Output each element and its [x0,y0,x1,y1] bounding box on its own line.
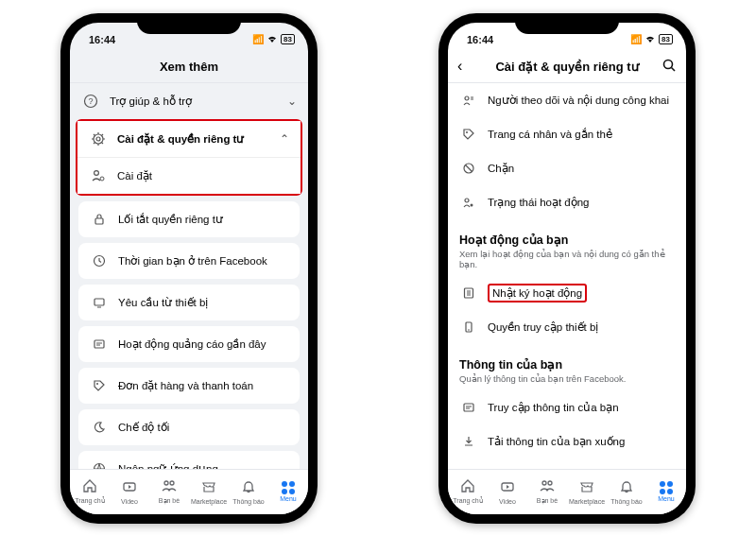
status-indicators: 📶 83 [630,34,673,45]
tab-home[interactable]: Trang chủ [448,470,488,514]
tab-friends[interactable]: Bạn bè [149,470,189,514]
menu-orders-payments[interactable]: Đơn đặt hàng và thanh toán [78,368,300,404]
tab-label: Video [499,498,516,505]
battery-icon: 83 [281,34,295,44]
svg-point-19 [465,199,469,202]
content-right[interactable]: Người theo dõi và nội dung công khai Tra… [448,83,686,469]
svg-rect-8 [94,299,104,305]
tag-icon [90,376,109,395]
content-left[interactable]: ? Trợ giúp & hỗ trợ ⌄ Cài đặt & quyền ri… [70,83,308,469]
menu-dark-mode[interactable]: Chế độ tối [78,409,300,445]
menu-transfer-copy[interactable]: Chuyển bản sao thông tin của bạn [448,458,686,468]
svg-point-15 [664,60,673,68]
log-icon [459,284,478,303]
menu-blocking[interactable]: Chặn [448,151,686,185]
lock-icon [90,210,109,229]
phone-right: 16:44 📶 83 ‹ Cài đặt & quyền riêng tư Ng… [438,13,696,524]
tab-label: Menu [280,495,297,502]
menu-privacy-shortcut[interactable]: Lối tắt quyền riêng tư [78,201,300,237]
gear-icon [89,130,108,148]
signal-icon: 📶 [630,34,642,44]
svg-point-20 [471,203,473,206]
tab-marketplace[interactable]: Marketplace [567,470,607,514]
section-title: Thông tin của bạn [459,357,675,372]
menu-label: Tải thông tin của bạn xuống [488,435,625,448]
menu-label: Ngôn ngữ ứng dụng [118,462,218,469]
menu-label: Quyền truy cập thiết bị [488,320,598,334]
svg-point-17 [466,131,468,133]
tab-label: Bạn bè [537,497,558,505]
tab-label: Thông báo [610,498,642,505]
wifi-icon [266,34,278,45]
clock-icon [90,251,109,270]
section-subtitle: Xem lại hoạt động của bạn và nội dung có… [459,249,675,271]
menu-active-status[interactable]: Trạng thái hoạt động [448,185,686,219]
menu-label: Trợ giúp & hỗ trợ [110,95,192,108]
section-subtitle: Quản lý thông tin của bạn trên Facebook. [459,373,675,385]
bell-icon [619,479,634,497]
svg-point-13 [164,481,168,485]
tag-icon [459,125,478,144]
menu-profile-tagging[interactable]: Trang cá nhân và gắn thẻ [448,117,686,151]
menu-download-info[interactable]: Tải thông tin của bạn xuống [448,424,686,458]
svg-point-5 [100,177,104,181]
menu-activity-log[interactable]: Nhật ký hoạt động [448,276,686,310]
menu-access-info[interactable]: Truy cập thông tin của bạn [448,390,686,424]
tab-marketplace[interactable]: Marketplace [189,470,229,514]
tab-notifications[interactable]: Thông báo [607,470,646,514]
status-time: 16:44 [461,34,493,45]
menu-label: Người theo dõi và nội dung công khai [488,94,669,107]
tab-home[interactable]: Trang chủ [70,470,110,514]
svg-point-4 [94,170,99,175]
tab-video[interactable]: Video [110,470,149,514]
tab-menu[interactable]: Menu [268,470,308,514]
menu-followers[interactable]: Người theo dõi và nội dung công khai [448,83,686,117]
section-info: Thông tin của bạn Quản lý thông tin của … [448,357,686,390]
screen-right: 16:44 📶 83 ‹ Cài đặt & quyền riêng tư Ng… [448,23,686,514]
tab-label: Marketplace [191,498,227,505]
tab-label: Thông báo [232,498,264,505]
menu-app-language[interactable]: Ngôn ngữ ứng dụng [78,451,300,469]
tab-video[interactable]: Video [488,470,527,514]
menu-ad-activity[interactable]: Hoạt động quảng cáo gần đây [78,326,300,362]
tab-bar: Trang chủ Video Bạn bè Marketplace Thông… [448,469,686,514]
menu-label: Thời gian bạn ở trên Facebook [118,254,267,268]
search-icon[interactable] [662,58,677,76]
transfer-icon [459,466,478,468]
menu-label: Nhật ký hoạt động [492,287,582,299]
section-title: Hoạt động của bạn [459,233,675,247]
menu-device-requests[interactable]: Yêu cầu từ thiết bị [78,285,300,320]
menu-label: Lối tắt quyền riêng tư [118,213,223,226]
menu-label: Chế độ tối [118,421,169,434]
signal-icon: 📶 [252,34,264,44]
battery-icon: 83 [659,34,673,44]
menu-group: Lối tắt quyền riêng tư [78,201,300,237]
svg-rect-24 [464,404,473,411]
video-icon [500,479,515,497]
notch [515,13,619,34]
svg-text:?: ? [88,96,93,106]
header: Xem thêm [70,51,308,83]
tab-notifications[interactable]: Thông báo [229,470,268,514]
tab-friends[interactable]: Bạn bè [527,470,567,514]
menu-label: Yêu cầu từ thiết bị [118,296,208,309]
chevron-up-icon: ⌃ [280,132,289,146]
menu-label: Cài đặt [117,169,152,182]
video-icon [122,479,137,497]
followers-icon [459,91,478,110]
page-title: Cài đặt & quyền riêng tư [495,60,638,74]
menu-device-access[interactable]: Quyền truy cập thiết bị [448,310,686,344]
menu-settings-privacy[interactable]: Cài đặt & quyền riêng tư ⌃ [77,121,301,158]
menu-time-on-fb[interactable]: Thời gian bạn ở trên Facebook [78,243,300,279]
page-title: Xem thêm [160,60,218,74]
back-icon[interactable]: ‹ [457,58,462,75]
help-icon: ? [81,92,100,111]
device-icon [90,293,109,312]
friends-icon [162,478,177,496]
svg-point-33 [542,481,546,485]
download-icon [459,432,478,451]
menu-settings[interactable]: Cài đặt [77,158,301,194]
menu-help-support[interactable]: ? Trợ giúp & hỗ trợ ⌄ [70,83,308,119]
tab-menu[interactable]: Menu [646,470,686,514]
section-activity: Hoạt động của bạn Xem lại hoạt động của … [448,233,686,277]
